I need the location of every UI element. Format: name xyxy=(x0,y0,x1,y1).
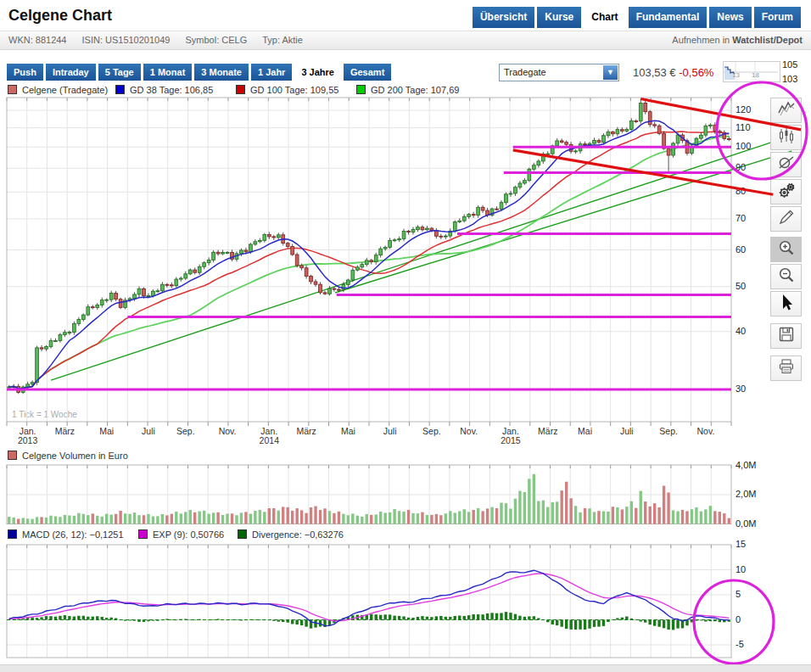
price-axis-label-80: 80 xyxy=(735,186,746,196)
print-button[interactable] xyxy=(770,356,802,381)
cursor-button[interactable] xyxy=(770,291,802,316)
x-axis-year-2013: 2013 xyxy=(18,435,37,445)
macd-axis-label--5: -5 xyxy=(735,639,744,649)
x-axis-label-sep: Sep. xyxy=(422,426,441,436)
candlestick-chart-icon xyxy=(776,126,797,149)
x-axis-label-mai: Mai xyxy=(99,426,114,436)
footer-bar xyxy=(0,664,811,672)
x-axis-label-m-rz: März xyxy=(55,426,75,436)
zoom-in-icon xyxy=(776,238,797,261)
x-axis-label-nov: Nov. xyxy=(219,426,237,436)
x-axis-year-2015: 2015 xyxy=(501,435,520,445)
x-axis-label-sep: Sep. xyxy=(176,426,195,436)
chart-canvas[interactable] xyxy=(0,0,811,672)
x-axis-label-m-rz: März xyxy=(296,426,316,436)
price-axis-label-100: 100 xyxy=(735,141,751,151)
price-axis-label-70: 70 xyxy=(735,213,746,223)
x-axis-label-juli: Juli xyxy=(383,426,397,436)
zoom-in-button[interactable] xyxy=(770,237,802,262)
page: Celgene Chart ÜbersichtKurseChartFundame… xyxy=(0,0,811,672)
draw-button[interactable] xyxy=(770,206,802,232)
settings-button[interactable] xyxy=(770,179,802,204)
price-axis-label-30: 30 xyxy=(735,384,746,394)
x-axis-label-sep: Sep. xyxy=(659,426,678,436)
x-axis-label-juli: Juli xyxy=(142,426,155,436)
x-axis-label-juli: Juli xyxy=(620,426,634,436)
draw-icon xyxy=(776,207,797,231)
price-axis-label-50: 50 xyxy=(735,281,746,291)
price-axis-label-120: 120 xyxy=(735,104,751,115)
save-button[interactable] xyxy=(770,323,802,349)
x-axis-label-nov: Nov. xyxy=(460,426,478,436)
macd-axis-label-5: 5 xyxy=(735,589,741,599)
price-axis-label-110: 110 xyxy=(735,122,751,132)
x-axis-label-nov: Nov. xyxy=(696,426,714,436)
x-axis-label-m-rz: März xyxy=(538,426,557,436)
volume-axis-label-4-0m: 4,0M xyxy=(735,460,756,470)
x-axis-year-2014: 2014 xyxy=(260,435,279,445)
volume-axis-label-0-0m: 0,0M xyxy=(735,518,756,529)
settings-icon xyxy=(776,180,797,204)
save-icon xyxy=(776,324,797,348)
indicator-button[interactable] xyxy=(770,152,802,177)
macd-axis-label-10: 10 xyxy=(735,564,746,574)
cursor-icon xyxy=(776,292,797,316)
price-axis-label-90: 90 xyxy=(735,162,746,172)
macd-axis-label-0: 0 xyxy=(735,614,741,624)
x-axis-label-mai: Mai xyxy=(341,426,355,436)
price-axis-label-40: 40 xyxy=(735,326,746,336)
indicator-icon xyxy=(776,153,797,176)
volume-axis-label-2-0m: 2,0M xyxy=(735,489,756,499)
price-axis-label-60: 60 xyxy=(735,244,746,255)
print-icon xyxy=(776,356,797,380)
x-axis-label-mai: Mai xyxy=(578,426,592,436)
candlestick-chart-button[interactable] xyxy=(770,125,802,150)
line-chart-icon xyxy=(776,98,797,122)
zoom-out-button[interactable] xyxy=(770,264,802,289)
zoom-out-icon xyxy=(776,265,797,288)
line-chart-button[interactable] xyxy=(770,98,802,123)
macd-axis-label-15: 15 xyxy=(735,539,746,549)
